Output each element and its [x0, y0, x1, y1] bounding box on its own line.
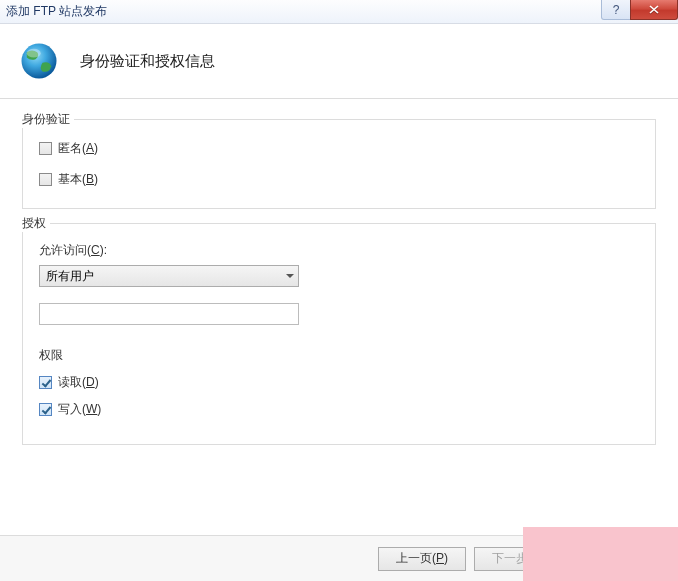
- users-input[interactable]: [39, 303, 299, 325]
- read-row: 读取(D): [39, 374, 639, 391]
- anonymous-row: 匿名(A): [39, 140, 639, 157]
- title-buttons: ?: [601, 0, 678, 20]
- close-icon: [649, 5, 659, 14]
- anonymous-checkbox[interactable]: [39, 142, 52, 155]
- basic-label[interactable]: 基本(B): [58, 171, 98, 188]
- wizard-header: 身份验证和授权信息: [0, 24, 678, 99]
- read-checkbox[interactable]: [39, 376, 52, 389]
- authentication-group: 身份验证 匿名(A) 基本(B): [22, 119, 656, 209]
- write-row: 写入(W): [39, 401, 639, 418]
- dropdown-selected-value: 所有用户: [46, 268, 281, 285]
- allow-access-label: 允许访问(C):: [39, 242, 639, 259]
- globe-icon: [18, 40, 60, 82]
- chevron-down-icon: [281, 266, 298, 286]
- write-checkbox[interactable]: [39, 403, 52, 416]
- previous-button[interactable]: 上一页(P): [378, 547, 466, 571]
- authentication-group-label: 身份验证: [22, 111, 74, 128]
- content-area: 身份验证 匿名(A) 基本(B) 授权 允许访问(C): 所有用户 权限 读取(…: [0, 99, 678, 445]
- allow-access-dropdown[interactable]: 所有用户: [39, 265, 299, 287]
- basic-row: 基本(B): [39, 171, 639, 188]
- authorization-group: 授权 允许访问(C): 所有用户 权限 读取(D) 写入(W): [22, 223, 656, 445]
- page-title: 身份验证和授权信息: [80, 52, 215, 71]
- title-bar: 添加 FTP 站点发布 ?: [0, 0, 678, 24]
- authorization-group-label: 授权: [22, 215, 50, 232]
- help-icon: ?: [613, 3, 620, 17]
- write-label[interactable]: 写入(W): [58, 401, 101, 418]
- basic-checkbox[interactable]: [39, 173, 52, 186]
- svg-point-1: [27, 49, 41, 58]
- anonymous-label[interactable]: 匿名(A): [58, 140, 98, 157]
- close-button[interactable]: [630, 0, 678, 20]
- help-button[interactable]: ?: [601, 0, 631, 20]
- read-label[interactable]: 读取(D): [58, 374, 99, 391]
- window-title: 添加 FTP 站点发布: [6, 3, 107, 20]
- svg-point-0: [22, 44, 57, 79]
- overlay-block: [523, 527, 678, 581]
- permissions-label: 权限: [39, 347, 639, 364]
